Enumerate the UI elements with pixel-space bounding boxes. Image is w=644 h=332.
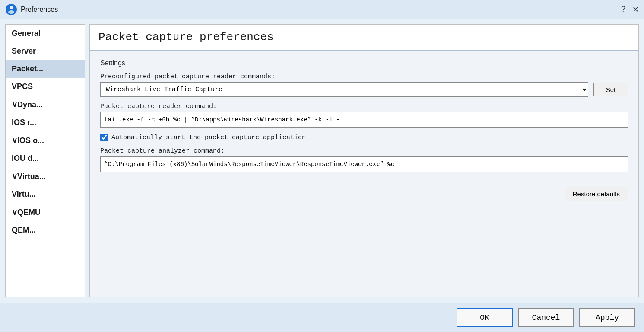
help-button[interactable]: ? [621,5,625,14]
reader-command-input[interactable] [100,112,628,128]
sidebar-item-vpcs[interactable]: VPCS [6,78,85,96]
reader-command-label: Packet capture reader command: [100,103,628,110]
sidebar-item-packet[interactable]: Packet... [6,60,85,78]
title-bar: Preferences ? ✕ [0,0,644,19]
restore-row: Restore defaults [100,187,628,201]
analyzer-command-section: Packet capture analyzer command: [100,147,628,172]
set-button[interactable]: Set [593,83,628,96]
dropdown-row: Wireshark Live Traffic Capture Set [100,82,628,97]
analyzer-command-input[interactable] [100,156,628,172]
sidebar-item-general[interactable]: General [6,25,85,42]
capture-reader-dropdown[interactable]: Wireshark Live Traffic Capture [100,82,588,97]
main-layout: General Server Packet... VPCS ∨Dyna... I… [0,19,644,303]
content-area: Packet capture preferences Settings Prec… [89,24,639,297]
sidebar-item-ioso[interactable]: ∨IOS o... [6,131,85,150]
cancel-button[interactable]: Cancel [518,308,574,327]
sidebar-item-server[interactable]: Server [6,42,85,60]
title-bar-left: Preferences [5,3,58,16]
auto-start-checkbox-row: Automatically start the packet capture a… [100,134,628,141]
content-body: Settings Preconfigured packet capture re… [90,51,638,297]
bottom-bar: OK Cancel Apply [0,303,644,332]
svg-point-2 [8,10,14,14]
sidebar-item-qemu[interactable]: ∨QEMU [6,203,85,221]
analyzer-command-label: Packet capture analyzer command: [100,147,628,155]
sidebar-item-virtu[interactable]: Virtu... [6,185,85,203]
title-bar-controls: ? ✕ [621,5,639,14]
settings-label: Settings [100,59,628,67]
apply-button[interactable]: Apply [579,308,635,327]
sidebar-item-ioud[interactable]: IOU d... [6,150,85,167]
app-icon [5,3,17,16]
sidebar-item-dyna[interactable]: ∨Dyna... [6,96,85,114]
preconfigured-section: Preconfigured packet capture reader comm… [100,73,628,97]
auto-start-checkbox[interactable] [100,134,108,141]
sidebar-item-qem[interactable]: QEM... [6,221,85,239]
close-button[interactable]: ✕ [632,5,639,14]
window-title: Preferences [21,6,58,13]
preconfigured-label: Preconfigured packet capture reader comm… [100,73,628,80]
sidebar: General Server Packet... VPCS ∨Dyna... I… [5,24,85,297]
reader-command-section: Packet capture reader command: [100,103,628,128]
sidebar-item-virtua[interactable]: ∨Virtua... [6,167,85,185]
ok-button[interactable]: OK [457,308,513,327]
svg-point-1 [10,6,13,9]
restore-defaults-button[interactable]: Restore defaults [565,187,628,201]
content-title: Packet capture preferences [98,31,274,44]
content-header: Packet capture preferences [90,25,638,51]
auto-start-label: Automatically start the packet capture a… [111,134,306,141]
sidebar-item-iosr[interactable]: IOS r... [6,114,85,131]
